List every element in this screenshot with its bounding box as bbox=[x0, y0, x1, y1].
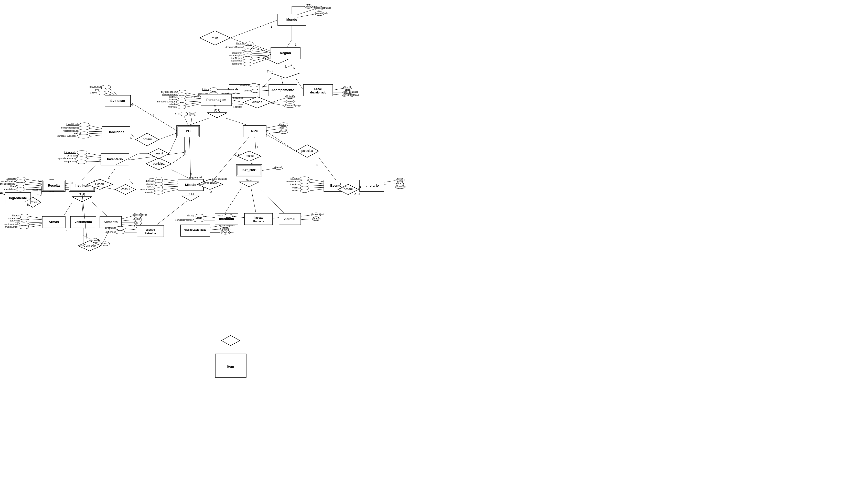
attr-idevento bbox=[300, 177, 309, 180]
triangle-regiao-subtype bbox=[271, 73, 300, 78]
label-vive: vive bbox=[212, 36, 218, 39]
label-nivel: nivel bbox=[94, 89, 99, 91]
line-duracao bbox=[271, 103, 285, 106]
label-idmundo: idMundo bbox=[306, 5, 315, 8]
line-nomevest2 bbox=[83, 236, 91, 239]
label-vidaatual: vidaAtual bbox=[168, 105, 177, 108]
mult-1-itiner: 1 bbox=[360, 185, 361, 188]
diamond-possui-bottom bbox=[222, 336, 240, 346]
attr-idzona bbox=[210, 88, 217, 92]
line-municaoatual bbox=[29, 224, 42, 225]
line-npc-possui bbox=[255, 137, 256, 151]
mult-1-receita: 1 bbox=[37, 192, 39, 195]
line-ofitem bbox=[210, 229, 220, 230]
line-tipohab bbox=[89, 131, 102, 132]
entity-itinerario-label: Itinerario bbox=[364, 184, 379, 187]
label-durachab: duracaoHabilidade bbox=[57, 135, 77, 137]
label-nomeanimal: nomeAnimal bbox=[311, 213, 324, 215]
label-horario: horario bbox=[396, 179, 403, 181]
line-data bbox=[384, 184, 396, 184]
entity-instnpc-label: Inst_NPC bbox=[242, 168, 256, 172]
label-idevento: idEvento bbox=[291, 177, 299, 180]
entity-pc-label: PC bbox=[186, 129, 191, 133]
label-descregiao: descricaoRegiao bbox=[226, 46, 243, 48]
er-diagram: Mundo idMundo descricaoMundo nomeMundo v… bbox=[0, 0, 868, 498]
line-nivelinfest bbox=[333, 94, 343, 95]
label-idpc: idPC bbox=[175, 113, 180, 115]
line-nomehab bbox=[89, 129, 102, 130]
line-armas-triangle bbox=[64, 202, 72, 217]
attr-locemyev bbox=[300, 189, 309, 193]
line-pc-triangle bbox=[188, 118, 210, 126]
line-loot bbox=[266, 129, 279, 131]
label-idexploracao: idExploracao bbox=[221, 231, 234, 234]
label-objetivo: objetivo bbox=[146, 183, 154, 185]
label-possui-pc-inv: possui bbox=[155, 152, 163, 155]
line-xpevol bbox=[106, 93, 112, 95]
label-iditinerario: idItinerario bbox=[396, 185, 406, 188]
line-tiponpc bbox=[262, 169, 274, 171]
triangle-personagem-subtype bbox=[207, 113, 227, 118]
label-capacidade: capacidade bbox=[231, 60, 242, 62]
line-defesa bbox=[260, 90, 269, 91]
mult-m-evol: M bbox=[131, 103, 133, 106]
line-idacamp bbox=[258, 86, 269, 87]
line-idarma bbox=[29, 217, 42, 219]
label-qtdnpcs: qtdNPCs bbox=[105, 231, 115, 233]
label-idzona: idZona bbox=[202, 88, 209, 91]
mult-m-dialoga: M bbox=[214, 104, 216, 107]
line-acampamento-regiao bbox=[282, 78, 283, 84]
mult-n-participa: N bbox=[190, 172, 192, 175]
label-locemyev: locEmY bbox=[292, 189, 300, 192]
label-tiporegiao: tipoRegiao bbox=[231, 57, 242, 60]
label-quantidade: quantidade bbox=[4, 188, 16, 191]
entity-missaopatrulha-label2: Patrulha bbox=[145, 232, 156, 235]
label-xpmis: xpMis bbox=[148, 177, 154, 180]
label-idal: idAl bbox=[134, 221, 138, 224]
entity-faccao-label2: Humana bbox=[253, 220, 264, 223]
label-idinventario: idInventario bbox=[64, 151, 76, 154]
entity-animal-label: Animal bbox=[284, 217, 295, 221]
entity-zona-label: Zona de bbox=[228, 88, 238, 91]
label-descmundo: descricaoMundo bbox=[314, 6, 331, 9]
line-idpc bbox=[184, 117, 188, 126]
label-idacamp: idAcamp bbox=[240, 84, 249, 86]
label-te-instnpc: (T, E) bbox=[246, 179, 252, 181]
label-data: data bbox=[396, 182, 401, 185]
mult-n-hab: N bbox=[130, 136, 132, 140]
line-possui-regiao2 bbox=[285, 65, 292, 68]
label-idfac: idFac bbox=[217, 214, 224, 217]
label-comportamentos: comportamentos bbox=[175, 219, 193, 221]
entity-npc-label: NPC bbox=[251, 129, 258, 133]
label-status: status bbox=[189, 113, 195, 115]
label-idmissao: idMissao bbox=[145, 180, 154, 182]
line-pc-possui-inv bbox=[169, 137, 177, 154]
line-pers-dialoga-falante bbox=[232, 104, 243, 104]
mult-n-vest: N bbox=[66, 228, 68, 232]
line-nomeal bbox=[122, 220, 134, 221]
label-defesa: defesa bbox=[244, 89, 251, 92]
line-npc-evento-conn bbox=[266, 131, 296, 151]
line-idinventario bbox=[87, 153, 101, 156]
mult-n-ingr: N bbox=[27, 203, 29, 206]
label-idnpc: idNPC bbox=[280, 123, 286, 126]
mult-pc-evol: 1 bbox=[153, 114, 154, 117]
label-tipopersonagem: tioPersonagem bbox=[161, 91, 177, 93]
entity-vestimenta-label: Vestimenta bbox=[75, 220, 92, 224]
label-idpatrulha: idPatrulha bbox=[104, 226, 115, 229]
mult-inv-possui: 1 bbox=[108, 176, 109, 179]
mult-1-evento: 1 bbox=[340, 183, 341, 186]
label-descinv: descricao bbox=[67, 154, 77, 157]
line-recompensa bbox=[164, 188, 178, 189]
label-tipohab: tipoHabilidade bbox=[64, 130, 78, 132]
label-recompensa: recompensa bbox=[140, 188, 153, 191]
line-idpatrulha bbox=[125, 228, 137, 230]
label-ouvinte: Ouvinte bbox=[233, 96, 243, 99]
attr-quantidade bbox=[16, 188, 25, 191]
line-pc-participa2 bbox=[172, 155, 184, 164]
mult-mundo-vive: 1 bbox=[270, 25, 272, 28]
label-iditem-rec: idItem bbox=[10, 185, 16, 188]
attr-idcomp bbox=[195, 214, 204, 218]
line-nomepers bbox=[186, 101, 201, 102]
attr-vidaatual bbox=[178, 105, 186, 109]
